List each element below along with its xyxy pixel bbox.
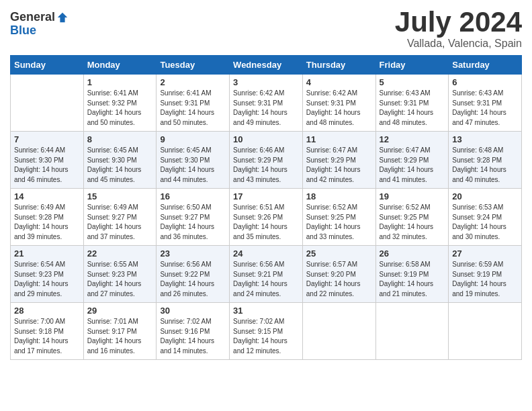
- calendar-cell: 3Sunrise: 6:42 AM Sunset: 9:31 PM Daylig…: [230, 75, 303, 132]
- title-month: July 2024: [395, 7, 522, 38]
- calendar-cell: 20Sunrise: 6:53 AM Sunset: 9:24 PM Dayli…: [449, 189, 522, 246]
- day-info: Sunrise: 6:47 AM Sunset: 9:29 PM Dayligh…: [306, 146, 372, 185]
- day-info: Sunrise: 6:53 AM Sunset: 9:24 PM Dayligh…: [452, 203, 518, 242]
- calendar-cell: [302, 303, 375, 360]
- calendar-week-row: 7Sunrise: 6:44 AM Sunset: 9:30 PM Daylig…: [11, 132, 522, 189]
- calendar-cell: 14Sunrise: 6:49 AM Sunset: 9:28 PM Dayli…: [11, 189, 84, 246]
- calendar-cell: 4Sunrise: 6:42 AM Sunset: 9:31 PM Daylig…: [302, 75, 375, 132]
- day-number: 11: [306, 134, 372, 144]
- day-info: Sunrise: 6:41 AM Sunset: 9:32 PM Dayligh…: [87, 89, 153, 128]
- day-number: 1: [87, 77, 153, 87]
- day-number: 13: [452, 134, 518, 144]
- calendar-cell: 6Sunrise: 6:43 AM Sunset: 9:31 PM Daylig…: [449, 75, 522, 132]
- day-info: Sunrise: 6:59 AM Sunset: 9:19 PM Dayligh…: [452, 260, 518, 299]
- calendar-cell: 13Sunrise: 6:48 AM Sunset: 9:28 PM Dayli…: [449, 132, 522, 189]
- day-number: 27: [452, 248, 518, 259]
- weekday-header: Saturday: [449, 56, 522, 75]
- calendar-cell: 11Sunrise: 6:47 AM Sunset: 9:29 PM Dayli…: [302, 132, 375, 189]
- day-info: Sunrise: 6:45 AM Sunset: 9:30 PM Dayligh…: [87, 146, 153, 185]
- day-info: Sunrise: 7:01 AM Sunset: 9:17 PM Dayligh…: [87, 317, 153, 356]
- calendar-cell: 19Sunrise: 6:52 AM Sunset: 9:25 PM Dayli…: [375, 189, 449, 246]
- day-number: 8: [87, 134, 153, 144]
- day-number: 6: [452, 77, 518, 87]
- calendar-cell: 7Sunrise: 6:44 AM Sunset: 9:30 PM Daylig…: [11, 132, 84, 189]
- day-number: 15: [87, 191, 153, 201]
- day-number: 3: [233, 77, 299, 87]
- calendar-cell: 28Sunrise: 7:00 AM Sunset: 9:18 PM Dayli…: [11, 303, 84, 360]
- title-block: July 2024 Vallada, Valencia, Spain: [395, 7, 522, 50]
- calendar-cell: 31Sunrise: 7:02 AM Sunset: 9:15 PM Dayli…: [230, 303, 303, 360]
- calendar-week-row: 1Sunrise: 6:41 AM Sunset: 9:32 PM Daylig…: [11, 75, 522, 132]
- day-number: 24: [233, 248, 299, 259]
- day-info: Sunrise: 6:42 AM Sunset: 9:31 PM Dayligh…: [306, 89, 372, 128]
- calendar-cell: 29Sunrise: 7:01 AM Sunset: 9:17 PM Dayli…: [83, 303, 157, 360]
- day-info: Sunrise: 6:46 AM Sunset: 9:29 PM Dayligh…: [233, 146, 299, 185]
- weekday-header: Sunday: [11, 56, 84, 75]
- day-info: Sunrise: 6:56 AM Sunset: 9:21 PM Dayligh…: [233, 260, 299, 299]
- logo-icon: [56, 11, 69, 24]
- calendar-cell: 18Sunrise: 6:52 AM Sunset: 9:25 PM Dayli…: [302, 189, 375, 246]
- calendar-cell: 23Sunrise: 6:56 AM Sunset: 9:22 PM Dayli…: [157, 246, 230, 303]
- weekday-header: Wednesday: [230, 56, 303, 75]
- calendar-cell: 26Sunrise: 6:58 AM Sunset: 9:19 PM Dayli…: [375, 246, 449, 303]
- calendar-cell: 9Sunrise: 6:45 AM Sunset: 9:30 PM Daylig…: [157, 132, 230, 189]
- day-info: Sunrise: 6:52 AM Sunset: 9:25 PM Dayligh…: [306, 203, 372, 242]
- day-info: Sunrise: 6:58 AM Sunset: 9:19 PM Dayligh…: [380, 260, 445, 299]
- day-info: Sunrise: 6:47 AM Sunset: 9:29 PM Dayligh…: [380, 146, 445, 185]
- day-number: 23: [160, 248, 226, 259]
- calendar-header-row: SundayMondayTuesdayWednesdayThursdayFrid…: [11, 56, 522, 75]
- calendar-cell: 10Sunrise: 6:46 AM Sunset: 9:29 PM Dayli…: [230, 132, 303, 189]
- day-number: 25: [306, 248, 372, 259]
- calendar-cell: 25Sunrise: 6:57 AM Sunset: 9:20 PM Dayli…: [302, 246, 375, 303]
- day-number: 5: [380, 77, 445, 87]
- day-info: Sunrise: 6:57 AM Sunset: 9:20 PM Dayligh…: [306, 260, 372, 299]
- logo-blue-text: Blue: [10, 24, 36, 38]
- day-info: Sunrise: 7:02 AM Sunset: 9:16 PM Dayligh…: [160, 317, 226, 356]
- day-info: Sunrise: 7:02 AM Sunset: 9:15 PM Dayligh…: [233, 317, 299, 356]
- day-info: Sunrise: 6:48 AM Sunset: 9:28 PM Dayligh…: [452, 146, 518, 185]
- title-location: Vallada, Valencia, Spain: [395, 38, 522, 50]
- day-number: 4: [306, 77, 372, 87]
- calendar-week-row: 28Sunrise: 7:00 AM Sunset: 9:18 PM Dayli…: [11, 303, 522, 360]
- day-number: 28: [14, 306, 80, 316]
- day-number: 12: [380, 134, 445, 144]
- day-number: 16: [160, 191, 226, 201]
- day-info: Sunrise: 6:54 AM Sunset: 9:23 PM Dayligh…: [14, 260, 80, 299]
- calendar-cell: 2Sunrise: 6:41 AM Sunset: 9:31 PM Daylig…: [157, 75, 230, 132]
- calendar-cell: 27Sunrise: 6:59 AM Sunset: 9:19 PM Dayli…: [449, 246, 522, 303]
- day-info: Sunrise: 6:41 AM Sunset: 9:31 PM Dayligh…: [160, 89, 226, 128]
- calendar-cell: 12Sunrise: 6:47 AM Sunset: 9:29 PM Dayli…: [375, 132, 449, 189]
- calendar-cell: [449, 303, 522, 360]
- calendar-cell: 8Sunrise: 6:45 AM Sunset: 9:30 PM Daylig…: [83, 132, 157, 189]
- day-number: 26: [380, 248, 445, 259]
- day-info: Sunrise: 7:00 AM Sunset: 9:18 PM Dayligh…: [14, 317, 80, 356]
- calendar-body: 1Sunrise: 6:41 AM Sunset: 9:32 PM Daylig…: [11, 75, 522, 360]
- logo: General Blue: [10, 11, 69, 38]
- day-info: Sunrise: 6:42 AM Sunset: 9:31 PM Dayligh…: [233, 89, 299, 128]
- calendar-cell: 1Sunrise: 6:41 AM Sunset: 9:32 PM Daylig…: [83, 75, 157, 132]
- day-number: 18: [306, 191, 372, 201]
- day-number: 21: [14, 248, 80, 259]
- calendar-cell: 24Sunrise: 6:56 AM Sunset: 9:21 PM Dayli…: [230, 246, 303, 303]
- calendar-week-row: 14Sunrise: 6:49 AM Sunset: 9:28 PM Dayli…: [11, 189, 522, 246]
- calendar-cell: 30Sunrise: 7:02 AM Sunset: 9:16 PM Dayli…: [157, 303, 230, 360]
- day-info: Sunrise: 6:43 AM Sunset: 9:31 PM Dayligh…: [452, 89, 518, 128]
- calendar-cell: 22Sunrise: 6:55 AM Sunset: 9:23 PM Dayli…: [83, 246, 157, 303]
- day-info: Sunrise: 6:43 AM Sunset: 9:31 PM Dayligh…: [380, 89, 445, 128]
- day-info: Sunrise: 6:51 AM Sunset: 9:26 PM Dayligh…: [233, 203, 299, 242]
- page-header: General Blue July 2024 Vallada, Valencia…: [10, 7, 522, 50]
- day-number: 9: [160, 134, 226, 144]
- day-info: Sunrise: 6:52 AM Sunset: 9:25 PM Dayligh…: [380, 203, 445, 242]
- weekday-header: Monday: [83, 56, 157, 75]
- day-number: 29: [87, 306, 153, 316]
- calendar-cell: 21Sunrise: 6:54 AM Sunset: 9:23 PM Dayli…: [11, 246, 84, 303]
- day-number: 20: [452, 191, 518, 201]
- calendar-week-row: 21Sunrise: 6:54 AM Sunset: 9:23 PM Dayli…: [11, 246, 522, 303]
- day-number: 30: [160, 306, 226, 316]
- calendar-cell: 5Sunrise: 6:43 AM Sunset: 9:31 PM Daylig…: [375, 75, 449, 132]
- day-number: 19: [380, 191, 445, 201]
- day-info: Sunrise: 6:49 AM Sunset: 9:27 PM Dayligh…: [87, 203, 153, 242]
- day-info: Sunrise: 6:56 AM Sunset: 9:22 PM Dayligh…: [160, 260, 226, 299]
- day-number: 31: [233, 306, 299, 316]
- weekday-header: Tuesday: [157, 56, 230, 75]
